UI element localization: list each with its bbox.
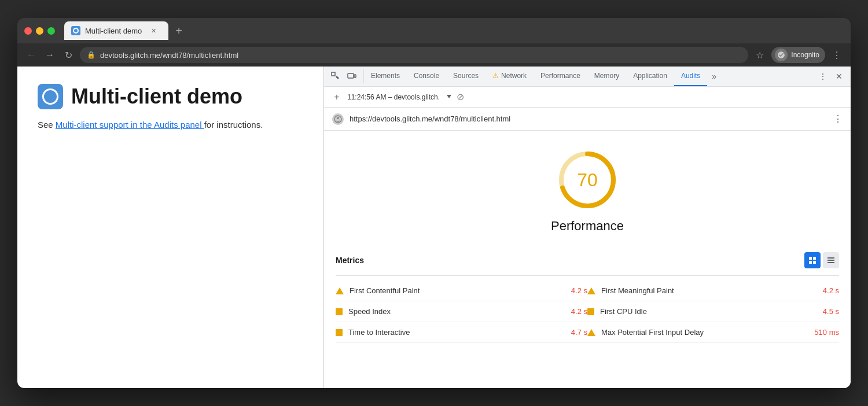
element-selector-button[interactable]: [329, 69, 343, 83]
tab-performance[interactable]: Performance: [534, 67, 587, 86]
lock-icon: 🔒: [87, 51, 95, 59]
metrics-grid: First Contentful Paint 4.2 s Speed Index…: [336, 280, 839, 343]
metric-name: First CPU Idle: [600, 307, 817, 316]
svg-rect-0: [332, 72, 335, 76]
metric-name: First Contentful Paint: [350, 286, 565, 295]
minimize-button[interactable]: [36, 27, 43, 35]
svg-rect-11: [827, 257, 834, 259]
page-header: Multi-client demo: [38, 84, 303, 109]
audit-add-button[interactable]: +: [331, 91, 343, 103]
tab-favicon: [71, 26, 80, 35]
metric-name: First Meaningful Paint: [601, 286, 817, 295]
bookmark-button[interactable]: ☆: [753, 48, 767, 62]
metric-first-cpu-idle: First CPU Idle 4.5 s: [587, 301, 839, 322]
incognito-avatar: [775, 49, 788, 61]
audit-cancel-icon[interactable]: ⊘: [456, 93, 464, 101]
tab-title: Multi-client demo: [85, 27, 142, 35]
browser-menu-button[interactable]: ⋮: [830, 48, 844, 62]
devtools-close-button[interactable]: ✕: [832, 69, 846, 83]
svg-rect-10: [813, 261, 816, 264]
metric-icon-triangle: [336, 287, 344, 294]
address-path: /wndt78/multiclient.html: [160, 51, 238, 60]
tab-sources[interactable]: Sources: [446, 67, 486, 86]
back-button[interactable]: ←: [24, 48, 38, 62]
metric-first-contentful-paint: First Contentful Paint 4.2 s: [336, 280, 587, 301]
more-tabs-button[interactable]: »: [707, 67, 721, 86]
new-tab-button[interactable]: +: [171, 23, 187, 39]
audit-dropdown-icon[interactable]: [447, 95, 451, 99]
svg-rect-1: [348, 73, 354, 78]
audit-timestamp: 11:24:56 AM – devtools.glitch.: [347, 93, 440, 101]
metric-name: Speed Index: [348, 307, 565, 316]
svg-point-4: [337, 117, 339, 119]
metrics-left-col: First Contentful Paint 4.2 s Speed Index…: [336, 280, 587, 343]
close-button[interactable]: [24, 27, 32, 35]
description-before: See: [38, 120, 56, 130]
metrics-header: Metrics: [336, 245, 839, 276]
metric-value: 4.5 s: [823, 307, 839, 316]
audits-panel-link[interactable]: Multi-client support in the Audits panel: [56, 120, 204, 130]
page-title: Multi-client demo: [71, 84, 242, 109]
metrics-right-col: First Meaningful Paint 4.2 s First CPU I…: [587, 280, 839, 343]
page-logo: [38, 84, 63, 109]
browser-tab[interactable]: Multi-client demo ✕: [64, 21, 168, 40]
metric-value: 4.2 s: [571, 286, 587, 295]
audit-favicon: [332, 113, 344, 125]
tab-console[interactable]: Console: [407, 67, 446, 86]
tab-network[interactable]: ⚠ Network: [486, 67, 534, 86]
svg-rect-8: [813, 257, 816, 260]
audit-url-more-button[interactable]: ⋮: [833, 113, 843, 124]
metric-name: Max Potential First Input Delay: [601, 328, 808, 337]
metric-value: 510 ms: [814, 328, 839, 337]
metric-name: Time to Interactive: [348, 328, 565, 337]
svg-rect-2: [354, 75, 356, 77]
metric-value: 4.2 s: [571, 307, 587, 316]
metric-icon-square: [336, 329, 343, 336]
traffic-lights: [24, 27, 55, 35]
page-content: Multi-client demo See Multi-client suppo…: [17, 67, 324, 388]
tab-audits[interactable]: Audits: [674, 67, 707, 86]
devtools-toolbar: Elements Console Sources ⚠ Network Perfo…: [324, 67, 851, 87]
metric-first-meaningful-paint: First Meaningful Paint 4.2 s: [587, 280, 839, 301]
metrics-view-toggle: [804, 252, 839, 268]
score-circle: 70: [556, 148, 619, 212]
score-value: 70: [577, 169, 598, 191]
svg-rect-7: [809, 257, 812, 260]
tab-application[interactable]: Application: [626, 67, 674, 86]
metric-speed-index: Speed Index 4.2 s: [336, 301, 587, 322]
address-text: devtools.glitch.me/wndt78/multiclient.ht…: [100, 51, 238, 60]
metrics-section: Metrics: [324, 245, 851, 343]
devtools-panel: Elements Console Sources ⚠ Network Perfo…: [324, 67, 851, 388]
metric-max-potential-fid: Max Potential First Input Delay 510 ms: [587, 322, 839, 343]
metric-icon-triangle: [587, 329, 595, 336]
metrics-title: Metrics: [336, 256, 364, 265]
list-view-button[interactable]: [823, 252, 839, 268]
incognito-badge: Incognito: [771, 47, 825, 63]
svg-rect-12: [827, 260, 834, 261]
tab-memory[interactable]: Memory: [587, 67, 626, 86]
incognito-label: Incognito: [791, 51, 819, 59]
address-input[interactable]: 🔒 devtools.glitch.me/wndt78/multiclient.…: [80, 47, 748, 63]
reload-button[interactable]: ↻: [61, 48, 75, 62]
devtools-more-button[interactable]: ⋮: [816, 69, 830, 83]
grid-view-button[interactable]: [804, 252, 821, 268]
metric-icon-square: [587, 308, 594, 315]
devtools-icon-group: [324, 69, 364, 83]
address-domain: devtools.glitch.me: [100, 51, 160, 60]
metric-icon-triangle: [587, 287, 595, 294]
metric-value: 4.2 s: [823, 286, 839, 295]
tab-elements[interactable]: Elements: [364, 67, 407, 86]
tab-close-button[interactable]: ✕: [149, 26, 158, 35]
browser-window: Multi-client demo ✕ + ← → ↻ 🔒 devtools.g…: [17, 18, 851, 388]
page-logo-icon: [42, 88, 58, 105]
device-toggle-button[interactable]: [345, 69, 359, 83]
metric-time-to-interactive: Time to Interactive 4.7 s: [336, 322, 587, 343]
forward-button[interactable]: →: [43, 48, 57, 62]
address-bar: ← → ↻ 🔒 devtools.glitch.me/wndt78/multic…: [17, 43, 851, 67]
tab-favicon-icon: [73, 28, 79, 34]
maximize-button[interactable]: [47, 27, 55, 35]
audit-bar: + 11:24:56 AM – devtools.glitch. ⊘: [324, 87, 851, 108]
devtools-tab-actions: ⋮ ✕: [811, 69, 851, 83]
main-content: Multi-client demo See Multi-client suppo…: [17, 67, 851, 388]
devtools-content: 70 Performance Metrics: [324, 131, 851, 388]
